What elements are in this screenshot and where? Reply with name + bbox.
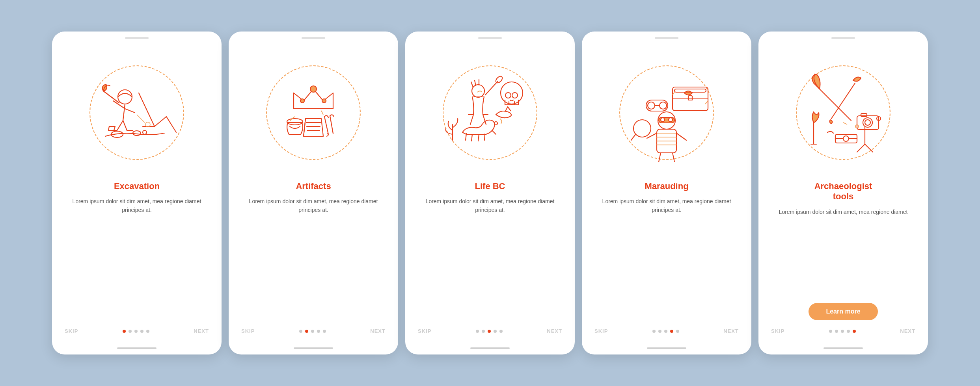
dot-4-2	[664, 330, 667, 333]
screen-life-bc: Life BC Lorem ipsum dolor sit dim amet, …	[405, 32, 575, 354]
svg-point-31	[843, 136, 849, 141]
svg-point-3	[143, 130, 147, 134]
svg-point-28	[865, 120, 870, 125]
dot-4-0	[652, 330, 656, 333]
bottom-nav-archaeologist-tools: SKIP NEXT	[768, 328, 919, 334]
dot-5-1	[835, 330, 838, 333]
illustration-excavation	[61, 50, 212, 176]
dot-5-4	[853, 330, 856, 333]
excavation-illustration	[82, 58, 192, 168]
dot-3-4	[499, 330, 503, 333]
next-button-3[interactable]: NEXT	[547, 328, 562, 334]
skip-button-4[interactable]: SKIP	[594, 328, 608, 334]
screens-container: Excavation Lorem ipsum dolor sit dim ame…	[52, 32, 928, 354]
bottom-nav-artifacts: SKIP NEXT	[238, 328, 389, 334]
svg-point-22	[633, 120, 651, 137]
svg-point-0	[118, 90, 132, 104]
dot-2-1	[305, 330, 308, 333]
svg-point-2	[133, 131, 141, 135]
skip-button-3[interactable]: SKIP	[418, 328, 431, 334]
dot-2-3	[317, 330, 320, 333]
life-bc-illustration	[435, 58, 545, 168]
screen-title-marauding: Marauding	[645, 181, 688, 191]
dot-3-0	[476, 330, 479, 333]
screen-body-artifacts: Lorem ipsum dolor sit dim amet, mea regi…	[238, 197, 389, 321]
svg-point-7	[322, 99, 326, 103]
illustration-artifacts	[238, 50, 389, 176]
dot-3-2	[488, 330, 491, 333]
next-button-5[interactable]: NEXT	[900, 328, 915, 334]
svg-point-10	[505, 93, 511, 98]
dot-4-3	[670, 330, 673, 333]
dots-1	[123, 330, 149, 333]
bottom-nav-excavation: SKIP NEXT	[61, 328, 212, 334]
illustration-life-bc	[415, 50, 565, 176]
screen-body-archaeologist-tools: Lorem ipsum dolor sit dim amet, mea regi…	[775, 208, 912, 296]
dot-5-0	[829, 330, 832, 333]
svg-point-25	[660, 102, 667, 109]
screen-title-archaeologist-tools: Archaeologisttools	[814, 181, 872, 202]
skip-button-1[interactable]: SKIP	[65, 328, 78, 334]
dot-5-3	[847, 330, 850, 333]
dot-2-2	[311, 330, 314, 333]
screen-archaeologist-tools: Archaeologisttools Lorem ipsum dolor sit…	[758, 32, 928, 354]
svg-point-8	[287, 119, 303, 125]
skip-button-5[interactable]: SKIP	[771, 328, 784, 334]
svg-point-19	[661, 118, 665, 122]
dot-1-2	[134, 330, 138, 333]
dot-2-4	[323, 330, 326, 333]
marauding-illustration	[611, 58, 722, 168]
screen-title-excavation: Excavation	[114, 181, 160, 191]
dot-3-1	[482, 330, 485, 333]
svg-point-5	[310, 86, 317, 92]
dot-1-1	[129, 330, 132, 333]
screen-body-marauding: Lorem ipsum dolor sit dim amet, mea regi…	[591, 197, 742, 321]
dots-4	[652, 330, 679, 333]
dot-1-3	[140, 330, 143, 333]
bottom-nav-marauding: SKIP NEXT	[591, 328, 742, 334]
dot-4-1	[658, 330, 661, 333]
screen-artifacts: Artifacts Lorem ipsum dolor sit dim amet…	[229, 32, 398, 354]
dot-3-3	[494, 330, 497, 333]
dot-5-2	[841, 330, 844, 333]
screen-title-life-bc: Life BC	[475, 181, 505, 191]
dots-5	[829, 330, 856, 333]
svg-point-24	[648, 102, 655, 109]
artifacts-illustration	[258, 58, 369, 168]
archaeologist-tools-illustration	[788, 58, 898, 168]
next-button-4[interactable]: NEXT	[723, 328, 739, 334]
dots-3	[476, 330, 503, 333]
dot-2-0	[299, 330, 302, 333]
dot-1-0	[123, 330, 126, 333]
illustration-archaeologist-tools	[768, 50, 919, 176]
svg-point-20	[669, 118, 673, 122]
svg-point-27	[863, 118, 872, 127]
svg-point-12	[472, 85, 484, 97]
dot-4-4	[676, 330, 679, 333]
screen-body-life-bc: Lorem ipsum dolor sit dim amet, mea regi…	[415, 197, 565, 321]
svg-point-6	[300, 99, 304, 103]
skip-button-2[interactable]: SKIP	[241, 328, 255, 334]
dot-1-4	[146, 330, 149, 333]
screen-body-excavation: Lorem ipsum dolor sit dim amet, mea regi…	[61, 197, 212, 321]
next-button-1[interactable]: NEXT	[194, 328, 209, 334]
next-button-2[interactable]: NEXT	[370, 328, 386, 334]
learn-more-button[interactable]: Learn more	[809, 303, 878, 320]
dots-2	[299, 330, 326, 333]
screen-excavation: Excavation Lorem ipsum dolor sit dim ame…	[52, 32, 222, 354]
screen-marauding: Marauding Lorem ipsum dolor sit dim amet…	[582, 32, 751, 354]
illustration-marauding	[591, 50, 742, 176]
svg-point-11	[512, 93, 518, 98]
screen-title-artifacts: Artifacts	[296, 181, 331, 191]
bottom-nav-life-bc: SKIP NEXT	[415, 328, 565, 334]
